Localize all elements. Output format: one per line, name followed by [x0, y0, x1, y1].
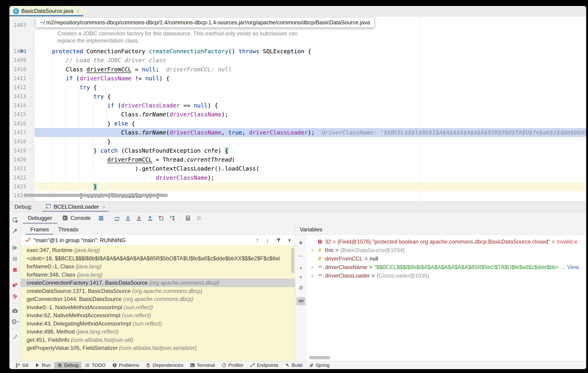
variable-row[interactable]: 32 = {Field@1076} "protected boolean org…: [307, 237, 586, 246]
statusbar-item-run[interactable]: Run: [32, 362, 54, 369]
filter-funnel-icon[interactable]: [276, 238, 281, 243]
pin-button[interactable]: [10, 331, 21, 342]
statusbar-item-debug[interactable]: Debug: [54, 362, 81, 369]
statusbar-item-git[interactable]: Git: [12, 362, 32, 369]
line-number[interactable]: 1409: [13, 56, 26, 65]
layout-settings-button[interactable]: [193, 212, 204, 224]
line-number[interactable]: 1422: [13, 173, 26, 182]
line-number[interactable]: 1418: [13, 137, 26, 146]
line-number[interactable]: 1423: [13, 182, 26, 191]
frames-scrollbar[interactable]: [291, 248, 294, 273]
fold-marker-icon[interactable]: [30, 94, 33, 99]
fold-marker-icon[interactable]: [30, 185, 33, 189]
expand-chevron-icon[interactable]: ›: [309, 247, 315, 253]
code-line[interactable]: try {: [35, 92, 586, 101]
line-number[interactable]: 1417: [13, 128, 26, 137]
step-out-button[interactable]: [145, 212, 156, 224]
pause-button[interactable]: [10, 253, 21, 264]
frame-row[interactable]: createConnectionFactory:1417, BasicDataS…: [21, 279, 295, 287]
add-watch-button[interactable]: +: [299, 239, 303, 247]
frame-row[interactable]: getConnection:1044, BasicDataSource (org…: [21, 295, 295, 303]
fold-marker-icon[interactable]: [30, 76, 33, 80]
expand-chevron-icon[interactable]: ›: [309, 272, 315, 279]
fold-marker-icon[interactable]: [30, 121, 33, 126]
frame-row[interactable]: exec:347, Runtime (java.lang): [21, 246, 295, 254]
frame-row[interactable]: forName:348, Class (java.lang): [21, 271, 295, 279]
editor[interactable]: 14031408↓1409141014111412141314141415141…: [10, 17, 586, 201]
force-step-into-button[interactable]: [134, 212, 145, 224]
code-line[interactable]: if (driverClassLoader == null) {: [35, 101, 586, 110]
code-line[interactable]: ).getContextClassLoader().loadClass(: [35, 164, 586, 173]
expand-chevron-icon[interactable]: ›: [309, 264, 315, 270]
line-number[interactable]: 1419: [13, 146, 26, 155]
close-icon[interactable]: ×: [76, 8, 79, 14]
frame-row[interactable]: invoke:43, DelegatingMethodAccessorImpl …: [21, 320, 295, 328]
variable-row[interactable]: ›driverClassLoader = {ClassLoader@1035}: [307, 271, 586, 280]
code-line[interactable]: Class.forName(driverClassName, true, dri…: [35, 128, 586, 137]
evaluate-expression-button[interactable]: [182, 212, 193, 224]
fold-marker-icon[interactable]: [30, 149, 33, 153]
variables-tree[interactable]: 32 = {Field@1076} "protected boolean org…: [307, 235, 586, 361]
code-line[interactable]: protected ConnectionFactory createConnec…: [35, 47, 586, 56]
arrow-down-icon[interactable]: ↓: [266, 237, 269, 243]
editor-horizontal-scrollbar[interactable]: [24, 194, 168, 197]
code-line[interactable]: // Load the JDBC driver class: [35, 56, 586, 65]
line-number[interactable]: 1410: [13, 65, 26, 74]
code-line[interactable]: try {: [35, 83, 586, 92]
frame-row[interactable]: forName0:-1, Class (java.lang): [21, 262, 295, 271]
arrow-up-icon[interactable]: ↑: [256, 237, 259, 243]
show-watches-button[interactable]: [296, 297, 305, 305]
view-link[interactable]: View: [567, 264, 579, 270]
debug-session-tab[interactable]: BCELClassLoader ×: [42, 202, 109, 212]
frame-row[interactable]: invoke0:-1, NativeMethodAccessorImpl (su…: [21, 303, 295, 312]
statusbar-item-profiler[interactable]: Profiler: [219, 362, 247, 369]
execution-point-icon[interactable]: [20, 50, 23, 53]
statusbar-item-dependencies[interactable]: Dependencies: [143, 362, 186, 369]
code-line[interactable]: driverClassName);: [35, 173, 586, 182]
tab-debugger[interactable]: Debugger: [23, 212, 57, 224]
line-number[interactable]: 1414: [13, 101, 26, 110]
show-execution-point-button[interactable]: [95, 212, 106, 224]
statusbar-item-todo[interactable]: TODO: [82, 362, 108, 369]
code-line[interactable]: Class driverFromCCL = null; driverFromCC…: [35, 65, 586, 74]
tab-threads[interactable]: Threads: [53, 224, 83, 235]
variables-horizontal-scrollbar[interactable]: [309, 356, 330, 359]
stop-button[interactable]: [10, 264, 21, 275]
camera-button[interactable]: [10, 305, 21, 316]
view-breakpoints-button[interactable]: [10, 279, 21, 290]
close-icon[interactable]: ×: [103, 204, 105, 210]
chevron-down-icon[interactable]: ▾: [288, 238, 291, 243]
statusbar-item-build[interactable]: Build: [282, 362, 305, 369]
code-line[interactable]: if (driverClassName != null) {: [35, 74, 586, 83]
variable-row[interactable]: ›driverClassName = "$$BCEL$$$l$8b$I$A$A$…: [307, 263, 586, 271]
rerun-button[interactable]: [10, 214, 21, 225]
line-number[interactable]: 1420: [13, 155, 26, 164]
mute-breakpoints-button[interactable]: [10, 290, 21, 301]
line-number[interactable]: 1421: [13, 164, 26, 173]
resume-button[interactable]: [10, 242, 21, 253]
fold-marker-icon[interactable]: [30, 85, 33, 89]
line-number[interactable]: 1416: [13, 119, 26, 128]
variable-row[interactable]: ›this = {BasicDataSource@1034}: [307, 246, 586, 254]
run-to-cursor-button[interactable]: [167, 212, 178, 224]
fold-marker-icon[interactable]: [30, 103, 33, 107]
code-line[interactable]: }: [35, 137, 586, 146]
editor-tab-basicdatasource[interactable]: C BasicDataSource.java ×: [10, 6, 83, 16]
frame-row[interactable]: invoke:62, NativeMethodAccessorImpl (sun…: [21, 311, 295, 320]
code-line[interactable]: Class.forName(driverClassName);: [35, 110, 586, 119]
tab-console[interactable]: Console: [57, 212, 95, 224]
line-number[interactable]: 1412: [13, 83, 26, 92]
frame-row[interactable]: get:451, FieldInfo (com.alibaba.fastjson…: [21, 336, 295, 344]
statusbar-item-problems[interactable]: Problems: [109, 362, 142, 369]
move-up-button[interactable]: ▲: [299, 265, 303, 270]
frame-row[interactable]: <clinit>:18, $$BCEL$$$l$8b$I$A$A$A$A$A$A…: [21, 254, 295, 262]
line-number[interactable]: 1413: [13, 92, 26, 101]
move-down-button[interactable]: ▼: [299, 275, 303, 280]
statusbar-item-spring[interactable]: Spring: [306, 362, 333, 369]
code-line[interactable]: driverFromCCL = Thread.currentThread(: [35, 155, 586, 164]
remove-watch-button[interactable]: −: [299, 252, 303, 260]
line-number[interactable]: 1411: [13, 74, 26, 83]
frame-row[interactable]: createDataSource:1371, BasicDataSource (…: [21, 287, 295, 295]
frame-row[interactable]: invoke:498, Method (java.lang.reflect): [21, 328, 295, 336]
statusbar-item-terminal[interactable]: Terminal: [187, 362, 218, 369]
